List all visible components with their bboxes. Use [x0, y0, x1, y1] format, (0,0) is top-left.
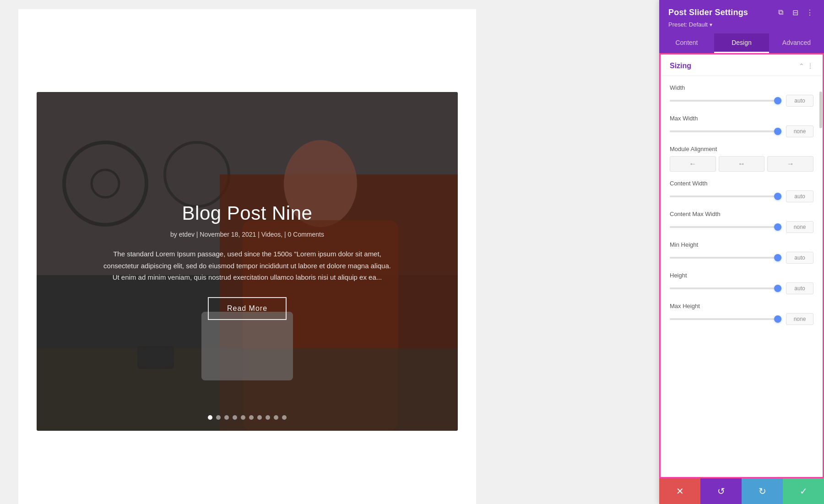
cancel-button[interactable]: ✕ — [659, 478, 700, 504]
alignment-row: ← ↔ → — [670, 156, 813, 172]
save-button[interactable]: ✓ — [783, 478, 824, 504]
width-value-input[interactable] — [786, 95, 813, 107]
min-height-range-track[interactable] — [670, 257, 781, 259]
max-width-label: Max Width — [670, 115, 813, 122]
slider-dot-5[interactable] — [241, 415, 245, 420]
content-max-width-range-track[interactable] — [670, 226, 781, 228]
panel-title-icons: ⧉ ⊟ ⋮ — [775, 7, 815, 17]
copy-icon[interactable]: ⧉ — [775, 7, 786, 17]
content-max-width-value-input[interactable] — [786, 221, 813, 233]
align-right-icon: → — [787, 160, 794, 168]
height-field: Height — [670, 272, 813, 294]
redo-button[interactable]: ↻ — [742, 478, 783, 504]
align-center-icon: ↔ — [738, 160, 745, 168]
slider-dot-6[interactable] — [249, 415, 254, 420]
width-label: Width — [670, 84, 813, 91]
min-height-value-input[interactable] — [786, 252, 813, 264]
content-width-range-track[interactable] — [670, 195, 781, 197]
max-width-field: Max Width — [670, 115, 813, 137]
slider-dot-2[interactable] — [216, 415, 221, 420]
slider-container: Blog Post Nine by etdev | November 18, 2… — [37, 92, 458, 431]
min-height-slider-row — [670, 252, 813, 264]
content-max-width-slider-row — [670, 221, 813, 233]
tab-content[interactable]: Content — [659, 33, 714, 53]
align-center-button[interactable]: ↔ — [719, 156, 765, 172]
settings-panel: Post Slider Settings ⧉ ⊟ ⋮ Preset: Defau… — [659, 0, 824, 504]
blog-post-title: Blog Post Nine — [101, 202, 394, 224]
panel-body[interactable]: Sizing ⌃ ⋮ Width Max Width — [659, 53, 824, 478]
slider-dot-1[interactable] — [208, 415, 212, 420]
max-height-value-input[interactable] — [786, 313, 813, 325]
max-height-field: Max Height — [670, 303, 813, 325]
read-more-button[interactable]: Read More — [208, 297, 287, 320]
blog-post-meta: by etdev | November 18, 2021 | Videos, |… — [101, 231, 394, 238]
slider-dot-10[interactable] — [282, 415, 287, 420]
align-right-button[interactable]: → — [767, 156, 813, 172]
content-width-slider-row — [670, 190, 813, 202]
content-width-field: Content Width — [670, 180, 813, 202]
slider-dots — [208, 415, 287, 420]
panel-header: Post Slider Settings ⧉ ⊟ ⋮ Preset: Defau… — [659, 0, 824, 33]
width-field: Width — [670, 84, 813, 107]
height-label: Height — [670, 272, 813, 279]
height-value-input[interactable] — [786, 282, 813, 294]
slider-dot-7[interactable] — [257, 415, 262, 420]
height-range-track[interactable] — [670, 287, 781, 289]
max-height-slider-row — [670, 313, 813, 325]
slider-dot-3[interactable] — [224, 415, 229, 420]
panel-actions: ✕ ↺ ↻ ✓ — [659, 478, 824, 504]
sizing-fields: Width Max Width — [661, 84, 823, 334]
content-width-value-input[interactable] — [786, 190, 813, 202]
slider-dot-9[interactable] — [274, 415, 278, 420]
panel-tabs: Content Design Advanced — [659, 33, 824, 53]
content-width-label: Content Width — [670, 180, 813, 187]
sizing-header-icons: ⌃ ⋮ — [799, 62, 813, 70]
slider-dot-4[interactable] — [233, 415, 237, 420]
align-left-icon: ← — [689, 160, 696, 168]
min-height-field: Min Height — [670, 241, 813, 264]
align-left-button[interactable]: ← — [670, 156, 716, 172]
columns-icon[interactable]: ⊟ — [790, 7, 800, 17]
module-alignment-label: Module Alignment — [670, 146, 813, 152]
max-width-slider-row — [670, 125, 813, 137]
section-more-icon[interactable]: ⋮ — [807, 62, 813, 70]
width-range-track[interactable] — [670, 100, 781, 102]
sizing-section-title: Sizing — [670, 62, 691, 70]
undo-button[interactable]: ↺ — [700, 478, 742, 504]
collapse-icon[interactable]: ⌃ — [799, 62, 804, 70]
content-max-width-label: Content Max Width — [670, 211, 813, 217]
content-max-width-field: Content Max Width — [670, 211, 813, 233]
height-slider-row — [670, 282, 813, 294]
panel-title: Post Slider Settings — [668, 8, 748, 17]
max-height-label: Max Height — [670, 303, 813, 309]
max-height-range-track[interactable] — [670, 318, 781, 320]
width-slider-row — [670, 95, 813, 107]
sizing-section-header: Sizing ⌃ ⋮ — [661, 54, 823, 76]
slider-background: Blog Post Nine by etdev | November 18, 2… — [37, 92, 458, 431]
min-height-label: Min Height — [670, 241, 813, 248]
scrollbar-thumb[interactable] — [819, 92, 822, 128]
max-width-value-input[interactable] — [786, 125, 813, 137]
slider-dot-8[interactable] — [266, 415, 270, 420]
more-icon[interactable]: ⋮ — [805, 7, 815, 17]
slider-content: Blog Post Nine by etdev | November 18, 2… — [64, 202, 430, 320]
module-alignment-field: Module Alignment ← ↔ → — [670, 146, 813, 172]
tab-advanced[interactable]: Advanced — [769, 33, 824, 53]
panel-title-row: Post Slider Settings ⧉ ⊟ ⋮ — [668, 7, 815, 17]
preset-selector[interactable]: Preset: Default — [668, 21, 712, 28]
blog-post-excerpt: The standard Lorem Ipsum passage, used s… — [101, 248, 394, 283]
max-width-range-track[interactable] — [670, 130, 781, 132]
tab-design[interactable]: Design — [714, 33, 769, 53]
canvas-area: Blog Post Nine by etdev | November 18, 2… — [18, 9, 476, 504]
